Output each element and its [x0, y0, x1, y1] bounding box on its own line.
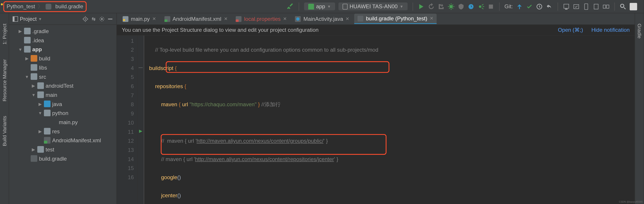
notification-text: You can use the Project Structure dialog… — [122, 27, 550, 33]
expand-chevron[interactable] — [25, 74, 29, 79]
apply-changes-icon[interactable] — [428, 3, 435, 10]
gradle-icon — [46, 3, 51, 9]
tree-item[interactable]: AndroidManifest.xml — [9, 136, 116, 145]
close-icon[interactable]: ✕ — [224, 16, 228, 21]
expand-chevron[interactable] — [32, 83, 36, 88]
close-icon[interactable]: ✕ — [283, 16, 287, 21]
code-content[interactable]: // Top-level build file where you can ad… — [144, 35, 634, 204]
py-icon — [50, 119, 57, 126]
vcs-commit-icon[interactable] — [526, 3, 533, 10]
debug-icon[interactable] — [448, 3, 454, 10]
run-config-dropdown[interactable]: app ▼ — [304, 2, 335, 10]
editor-tab[interactable]: AndroidManifest.xml✕ — [161, 14, 231, 24]
expand-chevron[interactable] — [32, 147, 36, 152]
tab-label: MainActivity.java — [304, 16, 343, 22]
tree-item[interactable]: libs — [9, 63, 116, 72]
editor-tab[interactable]: MainActivity.java✕ — [292, 14, 353, 24]
editor-tab[interactable]: build.gradle (Python_test)✕ — [354, 14, 437, 24]
chevron-down-icon: ▼ — [38, 17, 42, 21]
tab-label: main.py — [131, 16, 150, 22]
build-variants-button[interactable]: Build Variants — [1, 114, 7, 148]
svg-point-0 — [450, 5, 453, 8]
tree-item[interactable]: build — [9, 54, 116, 63]
android-icon — [308, 3, 314, 9]
svg-rect-2 — [489, 4, 493, 8]
folder-o-icon — [31, 55, 38, 62]
expand-chevron[interactable] — [38, 111, 42, 115]
run-icon[interactable] — [418, 3, 424, 10]
open-link[interactable]: Open (⌘;) — [558, 27, 583, 33]
tools-icon-2[interactable] — [603, 3, 610, 10]
vcs-update-icon[interactable] — [516, 3, 523, 10]
breadcrumb[interactable]: Python_test 〉 build.gradle — [3, 1, 87, 12]
editor-tabs: main.py✕AndroidManifest.xml✕local.proper… — [117, 13, 635, 25]
gradle-f-icon — [31, 155, 38, 162]
avatar[interactable] — [630, 3, 637, 10]
folder-icon — [24, 46, 31, 53]
vcs-history-icon[interactable] — [536, 3, 543, 10]
watermark: CSDN @baoyu45585 — [619, 201, 643, 203]
svg-rect-10 — [606, 5, 609, 8]
svg-rect-13 — [13, 16, 14, 21]
tree-item[interactable]: app — [9, 45, 116, 54]
expand-chevron[interactable] — [18, 47, 22, 51]
folder-icon — [24, 37, 31, 44]
tree-item[interactable]: build.gradle — [9, 154, 116, 163]
search-icon[interactable] — [620, 3, 626, 10]
tree-item[interactable]: main.py — [9, 117, 116, 127]
locate-icon[interactable] — [82, 16, 88, 22]
tree-item[interactable]: main — [9, 90, 116, 99]
expand-chevron[interactable] — [25, 56, 29, 61]
tools-icon-1[interactable] — [593, 3, 600, 10]
code-editor[interactable]: 12345678910111213141516 —▶ // Top-level … — [117, 35, 635, 204]
gear-icon[interactable] — [99, 16, 105, 22]
expand-all-icon[interactable] — [91, 16, 96, 22]
close-icon[interactable]: ✕ — [430, 16, 434, 21]
profiler-icon[interactable] — [468, 3, 474, 10]
expand-chevron[interactable] — [32, 92, 36, 97]
tree-item[interactable]: res — [9, 127, 116, 136]
tree-item-label: main.py — [59, 119, 78, 125]
editor-tab[interactable]: local.properties✕ — [232, 14, 290, 24]
tree-item[interactable]: python — [9, 108, 116, 118]
tab-label: build.gradle (Python_test) — [366, 15, 427, 21]
gradle-tool-button[interactable]: Gradle — [636, 21, 642, 40]
vcs-rollback-icon[interactable] — [546, 3, 553, 10]
tree-item[interactable]: .gradle — [9, 26, 116, 35]
tree-item-label: main — [46, 92, 57, 98]
expand-chevron[interactable] — [18, 29, 22, 33]
folder-b-icon — [44, 101, 50, 107]
expand-chevron[interactable] — [38, 129, 42, 133]
project-tree[interactable]: .gradle.ideaappbuildlibssrcandroidTestma… — [9, 25, 116, 204]
close-icon[interactable]: ✕ — [152, 16, 156, 21]
folder-icon — [24, 28, 31, 34]
apply-code-icon[interactable] — [438, 3, 444, 10]
device-manager-icon[interactable] — [583, 3, 590, 10]
breadcrumb-project[interactable]: Python_test — [7, 3, 35, 10]
folder-icon — [38, 91, 44, 98]
tree-item-label: build — [39, 55, 50, 61]
project-tool-button[interactable]: 1: Project — [1, 21, 7, 46]
device-dropdown[interactable]: HUAWEI TAS-AN00 ▼ — [338, 2, 408, 10]
tree-item[interactable]: androidTest — [9, 81, 116, 90]
sdk-manager-icon[interactable] — [573, 3, 580, 10]
hide-notification-link[interactable]: Hide notification — [592, 27, 630, 33]
tree-item[interactable]: test — [9, 145, 116, 154]
editor-tab[interactable]: main.py✕ — [119, 14, 160, 24]
tree-item[interactable]: src — [9, 72, 116, 81]
folder-icon — [38, 82, 44, 89]
svg-rect-8 — [594, 4, 598, 9]
tree-item[interactable]: .idea — [9, 35, 116, 45]
attach-debugger-icon[interactable] — [478, 3, 484, 10]
build-icon[interactable] — [287, 3, 294, 10]
coverage-icon[interactable] — [458, 3, 464, 10]
project-view-dropdown[interactable]: Project ▼ — [12, 16, 42, 22]
close-icon[interactable]: ✕ — [346, 16, 349, 21]
breadcrumb-file[interactable]: build.gradle — [55, 3, 83, 10]
resource-manager-button[interactable]: Resource Manager — [1, 57, 7, 103]
stop-icon[interactable] — [488, 3, 494, 10]
expand-chevron[interactable] — [38, 102, 42, 106]
avd-manager-icon[interactable] — [563, 3, 570, 10]
hide-icon[interactable] — [107, 16, 113, 22]
tree-item[interactable]: java — [9, 99, 116, 108]
